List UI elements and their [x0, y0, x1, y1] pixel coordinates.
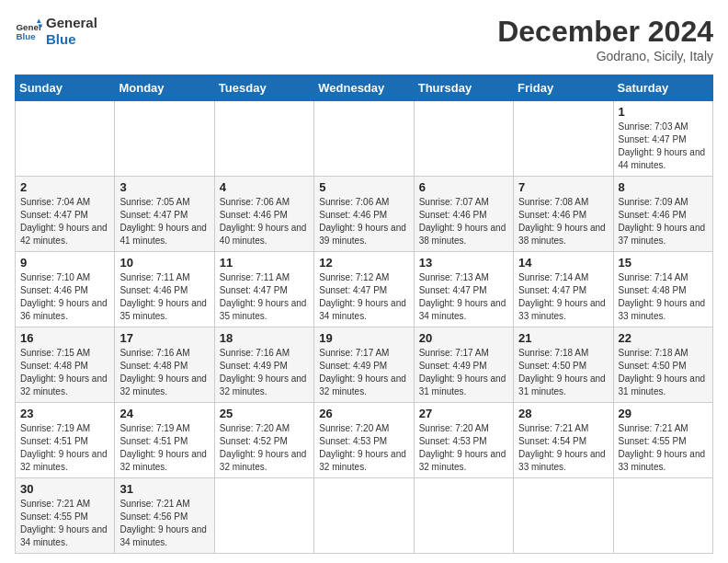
day-number: 12 — [319, 256, 408, 270]
day-number: 29 — [619, 407, 708, 420]
day-header-saturday: Saturday — [613, 75, 712, 101]
title-block: December 2024 Godrano, Sicily, Italy — [497, 15, 713, 63]
day-number: 16 — [20, 331, 109, 345]
day-detail: Sunrise: 7:04 AMSunset: 4:47 PMDaylight:… — [20, 197, 108, 246]
day-detail: Sunrise: 7:20 AMSunset: 4:53 PMDaylight:… — [419, 423, 506, 472]
calendar-day: 26Sunrise: 7:20 AMSunset: 4:53 PMDayligh… — [314, 403, 414, 478]
calendar-table: SundayMondayTuesdayWednesdayThursdayFrid… — [15, 75, 713, 554]
calendar-day: 13Sunrise: 7:13 AMSunset: 4:47 PMDayligh… — [414, 252, 513, 327]
day-detail: Sunrise: 7:21 AMSunset: 4:54 PMDaylight:… — [518, 423, 606, 472]
calendar-day — [214, 478, 313, 554]
calendar-week-row: 16Sunrise: 7:15 AMSunset: 4:48 PMDayligh… — [16, 327, 713, 403]
calendar-day: 22Sunrise: 7:18 AMSunset: 4:50 PMDayligh… — [613, 327, 712, 403]
logo-icon: General Blue — [15, 17, 42, 45]
page-container: General Blue General Blue December 2024 … — [15, 15, 713, 554]
day-detail: Sunrise: 7:05 AMSunset: 4:47 PMDaylight:… — [119, 197, 207, 246]
day-number: 22 — [619, 331, 708, 345]
day-number: 5 — [319, 180, 408, 194]
calendar-day: 23Sunrise: 7:19 AMSunset: 4:51 PMDayligh… — [16, 403, 115, 478]
day-number: 18 — [220, 331, 309, 345]
calendar-day: 12Sunrise: 7:12 AMSunset: 4:47 PMDayligh… — [314, 252, 414, 327]
day-number: 8 — [619, 180, 708, 194]
day-number: 30 — [20, 482, 109, 496]
empty-cell — [414, 101, 513, 177]
calendar-day: 14Sunrise: 7:14 AMSunset: 4:47 PMDayligh… — [514, 252, 613, 327]
day-header-thursday: Thursday — [414, 75, 513, 101]
calendar-day: 1Sunrise: 7:03 AMSunset: 4:47 PMDaylight… — [613, 101, 712, 177]
day-header-sunday: Sunday — [16, 75, 115, 101]
calendar-week-row: 9Sunrise: 7:10 AMSunset: 4:46 PMDaylight… — [16, 252, 713, 327]
day-number: 1 — [619, 105, 708, 119]
day-number: 28 — [518, 407, 608, 420]
day-detail: Sunrise: 7:20 AMSunset: 4:52 PMDaylight:… — [220, 423, 307, 472]
empty-cell — [115, 101, 214, 177]
day-number: 15 — [619, 256, 708, 270]
day-number: 19 — [319, 331, 408, 345]
calendar-day — [314, 478, 414, 554]
day-detail: Sunrise: 7:18 AMSunset: 4:50 PMDaylight:… — [619, 348, 706, 396]
day-detail: Sunrise: 7:03 AMSunset: 4:47 PMDaylight:… — [619, 121, 706, 170]
day-detail: Sunrise: 7:20 AMSunset: 4:53 PMDaylight:… — [319, 423, 406, 472]
day-number: 13 — [419, 256, 508, 270]
calendar-day: 27Sunrise: 7:20 AMSunset: 4:53 PMDayligh… — [414, 403, 513, 478]
svg-text:General: General — [17, 22, 43, 32]
calendar-day: 11Sunrise: 7:11 AMSunset: 4:47 PMDayligh… — [214, 252, 313, 327]
day-header-monday: Monday — [115, 75, 214, 101]
day-number: 9 — [20, 256, 109, 270]
day-number: 11 — [220, 256, 309, 270]
day-detail: Sunrise: 7:15 AMSunset: 4:48 PMDaylight:… — [20, 348, 108, 396]
day-header-friday: Friday — [514, 75, 613, 101]
day-detail: Sunrise: 7:19 AMSunset: 4:51 PMDaylight:… — [119, 423, 207, 472]
day-number: 23 — [20, 407, 109, 420]
day-detail: Sunrise: 7:21 AMSunset: 4:55 PMDaylight:… — [619, 423, 706, 472]
day-detail: Sunrise: 7:12 AMSunset: 4:47 PMDaylight:… — [319, 272, 406, 321]
empty-cell — [214, 101, 313, 177]
header: General Blue General Blue December 2024 … — [15, 15, 713, 63]
calendar-day: 25Sunrise: 7:20 AMSunset: 4:52 PMDayligh… — [214, 403, 313, 478]
day-detail: Sunrise: 7:06 AMSunset: 4:46 PMDaylight:… — [220, 197, 307, 246]
calendar-week-row: 23Sunrise: 7:19 AMSunset: 4:51 PMDayligh… — [16, 403, 713, 478]
calendar-day — [414, 478, 513, 554]
day-number: 3 — [119, 180, 209, 194]
day-detail: Sunrise: 7:10 AMSunset: 4:46 PMDaylight:… — [20, 272, 108, 321]
calendar-day: 30Sunrise: 7:21 AMSunset: 4:55 PMDayligh… — [16, 478, 115, 554]
calendar-day: 19Sunrise: 7:17 AMSunset: 4:49 PMDayligh… — [314, 327, 414, 403]
day-number: 17 — [119, 331, 209, 345]
calendar-title: December 2024 — [497, 15, 713, 49]
logo-line1: General — [46, 15, 97, 31]
day-number: 6 — [419, 180, 508, 194]
calendar-day: 28Sunrise: 7:21 AMSunset: 4:54 PMDayligh… — [514, 403, 613, 478]
calendar-header-row: SundayMondayTuesdayWednesdayThursdayFrid… — [16, 75, 713, 101]
day-number: 31 — [119, 482, 209, 496]
day-detail: Sunrise: 7:11 AMSunset: 4:46 PMDaylight:… — [119, 272, 207, 321]
calendar-day: 29Sunrise: 7:21 AMSunset: 4:55 PMDayligh… — [613, 403, 712, 478]
day-header-wednesday: Wednesday — [314, 75, 414, 101]
calendar-day: 31Sunrise: 7:21 AMSunset: 4:56 PMDayligh… — [115, 478, 214, 554]
calendar-day: 17Sunrise: 7:16 AMSunset: 4:48 PMDayligh… — [115, 327, 214, 403]
calendar-day: 16Sunrise: 7:15 AMSunset: 4:48 PMDayligh… — [16, 327, 115, 403]
day-detail: Sunrise: 7:18 AMSunset: 4:50 PMDaylight:… — [518, 348, 606, 396]
day-number: 21 — [518, 331, 608, 345]
calendar-day: 18Sunrise: 7:16 AMSunset: 4:49 PMDayligh… — [214, 327, 313, 403]
calendar-day: 7Sunrise: 7:08 AMSunset: 4:46 PMDaylight… — [514, 177, 613, 252]
calendar-week-row: 30Sunrise: 7:21 AMSunset: 4:55 PMDayligh… — [16, 478, 713, 554]
calendar-day: 2Sunrise: 7:04 AMSunset: 4:47 PMDaylight… — [16, 177, 115, 252]
day-detail: Sunrise: 7:19 AMSunset: 4:51 PMDaylight:… — [20, 423, 108, 472]
day-number: 2 — [20, 180, 109, 194]
calendar-day — [514, 478, 613, 554]
calendar-day: 15Sunrise: 7:14 AMSunset: 4:48 PMDayligh… — [613, 252, 712, 327]
day-number: 10 — [119, 256, 209, 270]
calendar-week-row: 1Sunrise: 7:03 AMSunset: 4:47 PMDaylight… — [16, 101, 713, 177]
day-number: 20 — [419, 331, 508, 345]
day-detail: Sunrise: 7:13 AMSunset: 4:47 PMDaylight:… — [419, 272, 506, 321]
day-detail: Sunrise: 7:14 AMSunset: 4:47 PMDaylight:… — [518, 272, 606, 321]
day-number: 27 — [419, 407, 508, 420]
day-detail: Sunrise: 7:21 AMSunset: 4:55 PMDaylight:… — [20, 499, 108, 547]
calendar-day: 5Sunrise: 7:06 AMSunset: 4:46 PMDaylight… — [314, 177, 414, 252]
empty-cell — [314, 101, 414, 177]
day-detail: Sunrise: 7:21 AMSunset: 4:56 PMDaylight:… — [119, 499, 207, 547]
day-header-tuesday: Tuesday — [214, 75, 313, 101]
calendar-day: 10Sunrise: 7:11 AMSunset: 4:46 PMDayligh… — [115, 252, 214, 327]
empty-cell — [16, 101, 115, 177]
day-detail: Sunrise: 7:17 AMSunset: 4:49 PMDaylight:… — [319, 348, 406, 396]
